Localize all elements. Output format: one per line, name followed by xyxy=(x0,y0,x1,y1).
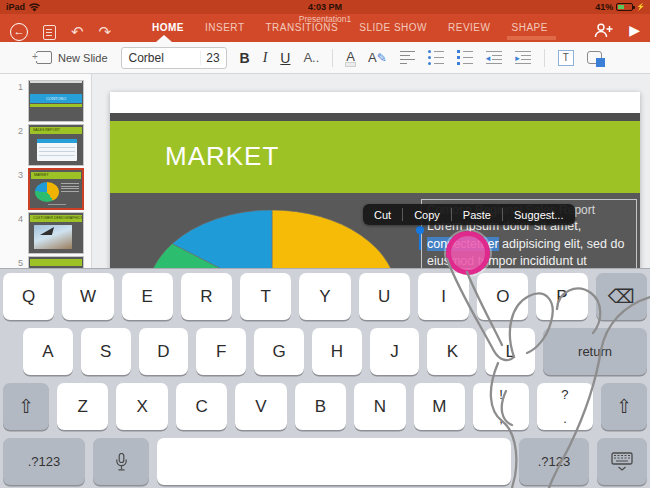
numbers-key-right[interactable]: .?123 xyxy=(519,438,589,485)
battery-icon xyxy=(616,3,633,11)
file-icon[interactable] xyxy=(43,25,56,40)
new-slide-label: New Slide xyxy=(58,52,108,64)
key-d[interactable]: D xyxy=(139,328,189,375)
align-button[interactable] xyxy=(400,51,415,65)
charging-icon: ⚡ xyxy=(636,3,645,11)
bold-button[interactable]: B xyxy=(240,50,250,66)
key-u[interactable]: U xyxy=(359,273,410,320)
ribbon: Presentation1 ← ↶ ↷ HOME INSERT TRANSITI… xyxy=(0,14,650,42)
key-question-period[interactable]: ?. xyxy=(537,383,593,430)
key-v[interactable]: V xyxy=(235,383,286,430)
indent-button[interactable]: ▸ xyxy=(515,51,531,65)
thumb-title: MARKET xyxy=(31,172,81,179)
back-button[interactable]: ← xyxy=(10,23,28,41)
formatting-toolbar: New Slide Corbel 23 B I U A.. A A✎ ◂ ▸ T xyxy=(0,42,650,74)
key-x[interactable]: X xyxy=(116,383,167,430)
key-b[interactable]: B xyxy=(295,383,346,430)
return-key[interactable]: return xyxy=(543,328,647,375)
tab-shape[interactable]: SHAPE xyxy=(511,22,547,42)
key-t[interactable]: T xyxy=(240,273,291,320)
context-menu-cut[interactable]: Cut xyxy=(363,209,402,221)
slide-page[interactable]: MARKET Contoso Regional Sales Report Lor… xyxy=(110,92,640,268)
key-w[interactable]: W xyxy=(62,273,113,320)
mini-pie-chart xyxy=(35,182,59,202)
key-h[interactable]: H xyxy=(312,328,362,375)
slide-canvas: MARKET Contoso Regional Sales Report Lor… xyxy=(92,74,650,268)
slide-number: 3 xyxy=(0,168,28,180)
numbers-key-left[interactable]: .?123 xyxy=(3,438,85,485)
context-menu-copy[interactable]: Copy xyxy=(403,209,451,221)
font-picker[interactable]: Corbel 23 xyxy=(121,47,227,69)
active-tab-notch xyxy=(156,35,172,42)
slide-number: 4 xyxy=(0,212,28,224)
on-screen-keyboard: Q W E R T Y U I O P ⌫ A S D F G H J K L … xyxy=(0,268,650,488)
shapes-button[interactable] xyxy=(587,51,602,64)
undo-button[interactable]: ↶ xyxy=(71,24,84,40)
key-f[interactable]: F xyxy=(196,328,246,375)
outdent-button[interactable]: ◂ xyxy=(486,51,502,65)
tab-insert[interactable]: INSERT xyxy=(205,22,245,42)
toolbar-separator xyxy=(544,49,545,67)
selection-handle[interactable] xyxy=(419,233,421,250)
slide-thumbnail-1[interactable]: CONTOSO xyxy=(28,80,84,122)
slide-thumbnail-panel: 1 CONTOSO 2 SALES REPORT 3 MARKET xyxy=(0,74,92,268)
tab-transitions[interactable]: TRANSITIONS xyxy=(266,22,339,42)
highlight-button[interactable]: A✎ xyxy=(368,50,387,65)
status-bar: iPad 4:03 PM 41% ⚡ xyxy=(0,0,650,14)
share-person-icon[interactable] xyxy=(594,23,613,38)
key-i[interactable]: I xyxy=(418,273,469,320)
tab-slide-show[interactable]: SLIDE SHOW xyxy=(359,22,427,42)
slide-thumbnail-4[interactable]: CUSTOMER DEMOGRAPHICS xyxy=(28,212,84,254)
key-k[interactable]: K xyxy=(427,328,477,375)
key-p[interactable]: P xyxy=(536,273,587,320)
underline-button[interactable]: U xyxy=(280,50,290,66)
slide-thumbnail-2[interactable]: SALES REPORT xyxy=(28,124,84,166)
key-r[interactable]: R xyxy=(181,273,232,320)
shift-icon: ⇧ xyxy=(18,395,34,418)
slide-number: 2 xyxy=(0,124,28,136)
new-slide-button[interactable]: New Slide xyxy=(36,51,108,64)
context-menu-suggest[interactable]: Suggest... xyxy=(503,209,575,221)
italic-button[interactable]: I xyxy=(263,50,268,66)
context-menu-paste[interactable]: Paste xyxy=(452,209,502,221)
space-key[interactable] xyxy=(157,438,511,485)
new-slide-icon xyxy=(36,51,52,64)
key-n[interactable]: N xyxy=(354,383,405,430)
slide-title-band[interactable]: MARKET xyxy=(110,121,640,193)
dismiss-keyboard-icon xyxy=(611,452,633,472)
key-e[interactable]: E xyxy=(122,273,173,320)
shift-key-left[interactable]: ⇧ xyxy=(3,383,49,430)
key-m[interactable]: M xyxy=(414,383,465,430)
thumb-title: SALES REPORT xyxy=(30,127,82,134)
key-j[interactable]: J xyxy=(370,328,420,375)
key-g[interactable]: G xyxy=(254,328,304,375)
redo-button[interactable]: ↷ xyxy=(99,24,112,40)
key-y[interactable]: Y xyxy=(299,273,350,320)
key-q[interactable]: Q xyxy=(3,273,54,320)
context-menu: Cut Copy Paste Suggest... xyxy=(363,204,575,225)
backspace-key[interactable]: ⌫ xyxy=(596,273,647,320)
slide-thumbnail-3-selected[interactable]: MARKET xyxy=(28,168,84,210)
key-s[interactable]: S xyxy=(81,328,131,375)
pie-chart[interactable] xyxy=(147,210,397,268)
dismiss-keyboard-key[interactable] xyxy=(597,438,647,485)
dictation-key[interactable] xyxy=(93,438,149,485)
thumb-title: CUSTOMER DEMOGRAPHICS xyxy=(30,215,82,222)
more-formatting-button[interactable]: A.. xyxy=(303,50,319,65)
text-box-button[interactable]: T xyxy=(558,50,574,66)
numbering-button[interactable] xyxy=(457,50,473,65)
key-exclamation-comma[interactable]: !, xyxy=(473,383,529,430)
key-a[interactable]: A xyxy=(23,328,73,375)
font-name: Corbel xyxy=(122,51,200,65)
shift-key-right[interactable]: ⇧ xyxy=(601,383,647,430)
bullets-button[interactable] xyxy=(428,50,444,65)
highlight-pen-icon: ✎ xyxy=(377,51,387,65)
key-l[interactable]: L xyxy=(485,328,535,375)
key-o[interactable]: O xyxy=(477,273,528,320)
key-z[interactable]: Z xyxy=(57,383,108,430)
toolbar-separator xyxy=(332,49,333,67)
play-button[interactable]: ▶ xyxy=(629,22,640,38)
key-c[interactable]: C xyxy=(176,383,227,430)
tab-review[interactable]: REVIEW xyxy=(448,22,490,42)
font-color-button[interactable]: A xyxy=(346,49,355,67)
